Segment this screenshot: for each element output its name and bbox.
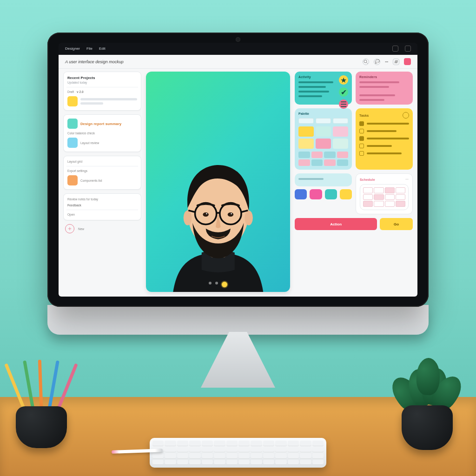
portrait-illustration [146, 72, 290, 292]
sidebar-card-recent[interactable]: Recent Projects Updated today Draft v 2.… [63, 72, 141, 111]
monitor-chin [47, 305, 429, 335]
palette-tab[interactable] [333, 118, 348, 124]
svg-point-15 [206, 213, 207, 214]
swatch[interactable] [316, 139, 331, 149]
primary-cta-button[interactable]: Action [295, 218, 377, 230]
app-window: A user interface design mockup 💬 ••• ▦ R… [59, 55, 417, 297]
app-header: A user interface design mockup 💬 ••• ▦ [59, 55, 417, 69]
close-button[interactable] [404, 58, 411, 65]
os-menubar: Designer File Edit [59, 43, 417, 55]
add-label: New [78, 227, 84, 231]
thumb-icon [67, 119, 78, 129]
meta-a: Draft [67, 90, 74, 93]
sidebar: Recent Projects Updated today Draft v 2.… [63, 72, 141, 292]
svg-point-0 [364, 60, 367, 63]
card-line: Export settings [67, 169, 137, 172]
svg-point-6 [183, 211, 192, 225]
calendar-grid[interactable] [360, 184, 409, 210]
plant-pot [392, 357, 462, 450]
card-title: Design report summary [80, 122, 137, 126]
tasks-card[interactable]: Tasks [356, 108, 413, 170]
action-chip[interactable] [310, 189, 322, 199]
card-line: Color balance check [67, 132, 137, 135]
activity-card[interactable]: Activity ★ ✔ ☰ [295, 72, 352, 105]
thumb-icon [67, 175, 78, 185]
checkbox[interactable] [359, 121, 364, 126]
svg-point-13 [203, 212, 208, 217]
chat-icon[interactable]: 💬 [374, 59, 380, 65]
palette-tab[interactable] [316, 118, 331, 124]
control-center-icon[interactable] [392, 46, 398, 52]
badge-icon: ★ [339, 75, 348, 85]
pager-dot[interactable] [209, 282, 212, 284]
card-line: Layout grid [67, 160, 137, 163]
sidebar-card-layout[interactable]: Layout grid Export settings Components l… [63, 156, 141, 190]
center-column [146, 72, 290, 292]
badge-icon: ☰ [339, 99, 348, 109]
webcam-dot [236, 37, 240, 42]
svg-point-7 [245, 211, 253, 225]
secondary-cta-button[interactable]: Go [380, 218, 413, 230]
card-title: Tasks [359, 114, 369, 117]
checkbox[interactable] [359, 144, 364, 148]
palette-card[interactable]: Palette [295, 108, 352, 170]
thumb-icon [67, 138, 78, 148]
swatch[interactable] [298, 139, 314, 149]
page-title: A user interface design mockup [65, 60, 124, 64]
action-chip[interactable] [325, 189, 337, 199]
svg-point-16 [231, 213, 232, 214]
sidebar-card-sub: Updated today [67, 81, 137, 84]
add-button[interactable] [65, 224, 74, 233]
sidebar-card-report[interactable]: Design report summary Color balance chec… [63, 114, 141, 152]
hero-portrait-card[interactable] [146, 72, 290, 292]
card-line: Feedback [67, 204, 137, 207]
meta-b: v 2.0 [77, 90, 83, 93]
swatch[interactable] [333, 139, 348, 149]
sidebar-card-title: Recent Projects [67, 76, 137, 80]
pager-dot[interactable] [215, 282, 218, 284]
card-title: Reminders [359, 75, 409, 79]
carousel-pager[interactable] [209, 282, 227, 287]
more-icon[interactable]: ⋯ [405, 178, 409, 181]
monitor-stand [201, 332, 275, 388]
search-icon[interactable] [363, 59, 369, 65]
palette-tab[interactable] [298, 118, 314, 124]
card-foot: Open [67, 213, 137, 216]
swatch[interactable] [298, 126, 314, 137]
swatch[interactable] [333, 126, 348, 137]
svg-point-14 [227, 212, 233, 217]
checkbox[interactable] [359, 136, 364, 141]
checkbox[interactable] [359, 151, 364, 156]
pager-dot-active[interactable] [222, 282, 227, 287]
svg-line-1 [367, 62, 368, 64]
os-app-name: Designer [65, 46, 80, 51]
os-menu-edit[interactable]: Edit [99, 46, 106, 51]
progress-ring-icon [403, 112, 409, 119]
thumb-icon [67, 96, 78, 106]
card-title: Schedule [360, 178, 375, 181]
sidebar-card-notes[interactable]: Review notes for today Feedback Open [63, 193, 141, 220]
card-line: Components list [80, 179, 102, 182]
monitor-frame: Designer File Edit A user interface desi… [47, 33, 429, 307]
mini-card[interactable] [295, 173, 352, 186]
reminders-card[interactable]: Reminders [356, 72, 413, 105]
badge-icon: ✔ [339, 87, 348, 97]
battery-icon[interactable] [405, 46, 411, 52]
action-chip[interactable] [340, 189, 352, 199]
grid-icon[interactable]: ▦ [393, 59, 399, 65]
header-more[interactable]: ••• [385, 60, 388, 63]
os-menu-file[interactable]: File [86, 46, 93, 51]
action-chip[interactable] [295, 189, 307, 199]
quick-actions [295, 189, 352, 199]
screen: Designer File Edit A user interface desi… [59, 43, 417, 297]
schedule-card[interactable]: Schedule ⋯ [356, 173, 413, 214]
card-title: Palette [298, 112, 348, 115]
checkbox[interactable] [359, 129, 364, 133]
swatch[interactable] [316, 126, 331, 137]
card-line: Review notes for today [67, 198, 137, 201]
pencil-cup [16, 388, 67, 448]
right-column: Activity ★ ✔ ☰ Reminders [295, 72, 413, 292]
keyboard [150, 438, 326, 468]
card-line: Layout review [80, 141, 99, 145]
